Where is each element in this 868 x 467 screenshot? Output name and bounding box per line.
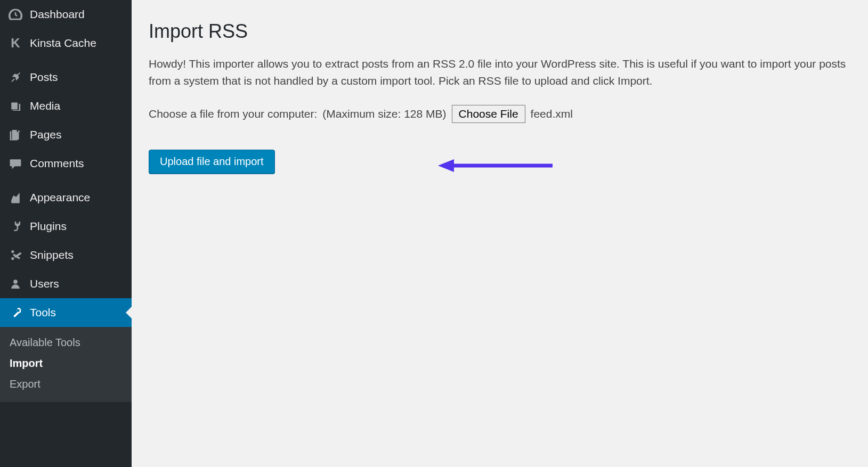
svg-marker-1: [438, 159, 454, 172]
tools-icon: [7, 305, 23, 321]
intro-text: Howdy! This importer allows you to extra…: [149, 55, 851, 89]
sidebar-item-dashboard[interactable]: Dashboard: [0, 0, 132, 29]
sidebar-item-label: Users: [30, 277, 59, 290]
sidebar-item-label: Plugins: [30, 220, 67, 233]
sidebar-item-snippets[interactable]: Snippets: [0, 241, 132, 269]
sidebar-item-label: Posts: [30, 71, 58, 84]
appearance-icon: [7, 190, 23, 206]
submenu-item-available-tools[interactable]: Available Tools: [0, 332, 132, 353]
sidebar-item-comments[interactable]: Comments: [0, 149, 132, 178]
sidebar-item-plugins[interactable]: Plugins: [0, 212, 132, 241]
dashboard-icon: [7, 6, 23, 22]
page-title: Import RSS: [149, 20, 851, 43]
kinsta-icon: K: [7, 35, 23, 51]
sidebar-item-label: Appearance: [30, 191, 90, 204]
selected-filename: feed.xml: [531, 108, 573, 120]
pin-icon: [7, 69, 23, 85]
admin-sidebar: Dashboard K Kinsta Cache Posts Media Pag…: [0, 0, 132, 467]
choose-file-button[interactable]: Choose File: [452, 105, 525, 123]
submenu-item-label: Import: [10, 357, 43, 369]
sidebar-item-pages[interactable]: Pages: [0, 120, 132, 149]
choose-file-label: Choose a file from your computer:: [149, 108, 317, 120]
users-icon: [7, 276, 23, 292]
main-content: Import RSS Howdy! This importer allows y…: [132, 0, 868, 467]
sidebar-item-label: Comments: [30, 157, 84, 170]
sidebar-item-posts[interactable]: Posts: [0, 63, 132, 92]
sidebar-item-kinsta-cache[interactable]: K Kinsta Cache: [0, 29, 132, 58]
sidebar-item-appearance[interactable]: Appearance: [0, 183, 132, 212]
arrow-annotation: [435, 158, 558, 174]
sidebar-item-label: Tools: [30, 306, 56, 319]
menu-separator: [0, 178, 132, 183]
snippets-icon: [7, 247, 23, 263]
tools-submenu: Available Tools Import Export: [0, 327, 132, 402]
plugins-icon: [7, 218, 23, 234]
comments-icon: [7, 155, 23, 171]
sidebar-item-label: Dashboard: [30, 8, 85, 21]
sidebar-item-label: Media: [30, 100, 60, 112]
file-upload-row: Choose a file from your computer: (Maxim…: [149, 105, 851, 123]
sidebar-item-media[interactable]: Media: [0, 92, 132, 120]
submenu-item-import[interactable]: Import: [0, 353, 132, 374]
sidebar-item-tools[interactable]: Tools: [0, 298, 132, 327]
sidebar-item-label: Pages: [30, 128, 62, 141]
sidebar-item-label: Kinsta Cache: [30, 37, 96, 50]
upload-import-button[interactable]: Upload file and import: [149, 150, 275, 174]
submenu-item-export[interactable]: Export: [0, 374, 132, 395]
menu-separator: [0, 58, 132, 63]
pages-icon: [7, 127, 23, 143]
media-icon: [7, 98, 23, 114]
sidebar-item-users[interactable]: Users: [0, 269, 132, 298]
max-size-label: (Maximum size: 128 MB): [322, 108, 446, 120]
submenu-item-label: Export: [10, 378, 40, 390]
submenu-item-label: Available Tools: [10, 337, 80, 348]
sidebar-item-label: Snippets: [30, 249, 74, 261]
